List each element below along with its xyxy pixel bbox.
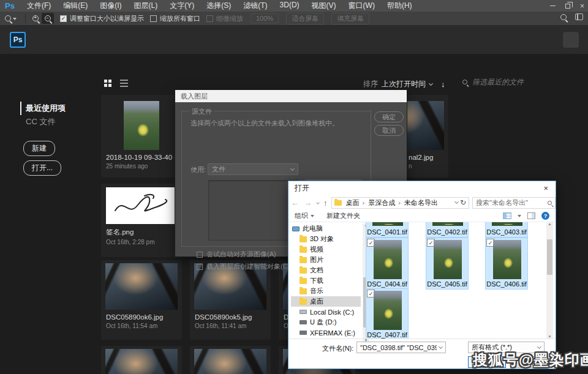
menu-item[interactable]: 文字(Y) bbox=[164, 1, 200, 11]
file-item[interactable]: ✓ DSC_0402.tif bbox=[426, 222, 469, 237]
file-title: DSC05890ok5.jpg bbox=[190, 310, 271, 321]
tree-item-label: 桌面 bbox=[310, 297, 323, 306]
recent-file-card[interactable]: DSC05890ok5.jpg Oct 16th, 11:41 am bbox=[190, 260, 271, 340]
tree-item[interactable]: Local Disk (C:) bbox=[291, 307, 361, 317]
scroll-up-icon[interactable]: ▲ bbox=[548, 222, 552, 226]
tree-item[interactable]: 图片 bbox=[291, 255, 361, 265]
filter-recent-search bbox=[462, 78, 554, 86]
menu-items: 文件(F)编辑(E)图像(I)图层(L)文字(Y)选择(S)滤镜(T)3D(D)… bbox=[21, 1, 418, 11]
file-item[interactable]: ✓ DSC_0405.tif bbox=[426, 237, 469, 290]
change-view-icon[interactable] bbox=[503, 212, 511, 219]
zoom-in-button[interactable]: + bbox=[29, 13, 42, 24]
sort-control[interactable]: 排序 上次打开时间 ↓ bbox=[363, 79, 445, 89]
toolbar-right-icons: ? bbox=[503, 212, 549, 220]
recent-file-card[interactable]: 2018-10-19 09-33-40 (B,Ra… 25 minutes ag… bbox=[101, 95, 182, 178]
help-icon[interactable]: ? bbox=[541, 212, 549, 220]
workspace-icon[interactable] bbox=[575, 13, 583, 20]
menu-item[interactable]: 视图(V) bbox=[306, 1, 342, 11]
tree-item[interactable]: 此电脑 bbox=[291, 223, 361, 234]
tree-item-icon bbox=[300, 257, 307, 263]
menu-item[interactable]: 帮助(H) bbox=[381, 1, 418, 11]
filter-recent-input[interactable] bbox=[472, 78, 546, 86]
smart-object-checkbox[interactable]: 载入图层后创建智能对象(C) bbox=[197, 262, 290, 271]
breadcrumb-item[interactable]: 未命名导出 bbox=[402, 198, 443, 208]
menu-item[interactable]: 窗口(W) bbox=[342, 1, 381, 11]
tree-item[interactable]: XFERMAX (E:) bbox=[291, 327, 361, 338]
ok-button[interactable]: 确定 bbox=[374, 111, 404, 122]
search-icon[interactable] bbox=[560, 14, 567, 20]
minimize-icon[interactable] bbox=[550, 6, 556, 7]
menu-item[interactable]: 滤镜(T) bbox=[237, 1, 273, 11]
forward-icon[interactable]: → bbox=[301, 198, 314, 208]
refresh-icon[interactable]: ↻ bbox=[460, 198, 466, 207]
fit-window-checkbox[interactable]: 调整窗口大小以满屏显示 bbox=[60, 14, 144, 23]
menu-item[interactable]: 选择(S) bbox=[200, 1, 237, 11]
tree-item[interactable]: 音乐 bbox=[291, 286, 361, 296]
tree-item-label: XFERMAX (E:) bbox=[310, 329, 355, 337]
list-scrollbar[interactable]: ▲▼ bbox=[546, 222, 553, 338]
tree-item[interactable]: 下载 bbox=[291, 275, 361, 286]
back-icon[interactable]: ← bbox=[288, 198, 301, 208]
sort-direction-icon[interactable]: ↓ bbox=[441, 80, 445, 89]
tree-item-label: Local Disk (C:) bbox=[310, 309, 354, 316]
tree-item[interactable]: U 盘 (D:) bbox=[291, 317, 361, 327]
chevron-down-icon[interactable] bbox=[518, 215, 521, 219]
file-item[interactable]: ✓ DSC_0406.tif bbox=[485, 237, 528, 290]
sidebar-item[interactable]: CC 文件 bbox=[20, 115, 66, 129]
ps-home-icon: Ps bbox=[10, 32, 26, 48]
recent-file-card[interactable] bbox=[190, 346, 271, 374]
tree-item[interactable]: 文档 bbox=[291, 265, 361, 275]
search-input[interactable] bbox=[476, 199, 542, 206]
zoom-out-button[interactable]: – bbox=[42, 13, 54, 24]
tree-item-icon bbox=[300, 288, 307, 294]
address-bar[interactable]: 桌面景深合成未命名导出 ↻ bbox=[331, 197, 469, 209]
ps-logo: Ps bbox=[0, 1, 21, 10]
breadcrumb-item[interactable]: 景深合成 bbox=[366, 198, 402, 208]
recent-file-card[interactable] bbox=[101, 346, 182, 374]
scroll-thumb[interactable] bbox=[547, 239, 552, 275]
list-view-icon[interactable] bbox=[120, 80, 128, 87]
menu-item[interactable]: 编辑(E) bbox=[57, 1, 94, 11]
avatar[interactable] bbox=[563, 32, 579, 48]
recent-locations-icon[interactable] bbox=[316, 201, 320, 204]
new-button[interactable]: 新建 bbox=[23, 141, 55, 156]
checkbox-icon bbox=[150, 15, 157, 22]
menu-item[interactable]: 图像(I) bbox=[94, 1, 127, 11]
tree-item[interactable]: 视频 bbox=[291, 244, 361, 255]
menu-item[interactable]: 文件(F) bbox=[21, 1, 57, 11]
close-icon[interactable]: × bbox=[580, 2, 584, 10]
use-dropdown[interactable]: 文件 bbox=[208, 163, 298, 175]
zoom-all-windows-checkbox[interactable]: 缩放所有窗口 bbox=[150, 14, 200, 23]
breadcrumb-item[interactable]: 桌面 bbox=[344, 198, 366, 208]
file-item[interactable]: ✓ DSC_0403.tif bbox=[485, 222, 528, 237]
cancel-button[interactable]: 取消 bbox=[374, 125, 404, 136]
recent-file-card[interactable]: DSC05890ok6.jpg Oct 16th, 11:54 am bbox=[101, 260, 182, 340]
menu-item[interactable]: 3D(D) bbox=[274, 1, 306, 11]
open-button[interactable]: 打开... bbox=[23, 160, 61, 176]
grid-view-icon[interactable] bbox=[104, 80, 111, 87]
file-item[interactable]: ✓ DSC_0404.tif bbox=[366, 237, 409, 290]
file-item[interactable]: ✓ DSC_0401.tif bbox=[366, 222, 409, 237]
tree-item[interactable]: 3D 对象 bbox=[291, 234, 361, 244]
file-listbox[interactable] bbox=[208, 180, 298, 241]
zoom-tool-slot[interactable] bbox=[0, 15, 21, 22]
file-thumbnail bbox=[105, 263, 178, 310]
file-item[interactable]: ✓ DSC_0407.tif bbox=[366, 288, 409, 338]
recent-file-card[interactable]: 签名.png Oct 16th, 2:28 pm bbox=[101, 184, 182, 257]
restore-icon[interactable] bbox=[565, 4, 570, 9]
home-header: Ps bbox=[0, 26, 588, 54]
organize-button[interactable]: 组织 bbox=[288, 211, 320, 220]
new-folder-button[interactable]: 新建文件夹 bbox=[320, 211, 366, 220]
sidebar-item[interactable]: 最近使用项 bbox=[20, 102, 66, 115]
preview-pane-icon[interactable] bbox=[527, 212, 535, 219]
up-icon[interactable]: ↑ bbox=[322, 198, 330, 208]
auto-align-checkbox[interactable]: 尝试自动对齐源图像(A) bbox=[197, 250, 276, 259]
filename-combobox[interactable]: "DSC_0398.tif" "DSC_0399.tif" "[ bbox=[356, 342, 446, 353]
close-icon[interactable]: × bbox=[543, 184, 548, 193]
options-bar: + – 调整窗口大小以满屏显示 缩放所有窗口 细微缩放 100% 适合屏幕 填充… bbox=[0, 12, 588, 26]
menu-item[interactable]: 图层(L) bbox=[128, 1, 164, 11]
tree-item[interactable]: 桌面 bbox=[291, 296, 361, 307]
tree-item-icon bbox=[300, 310, 307, 314]
checkbox-icon bbox=[197, 264, 203, 270]
chevron-down-icon[interactable] bbox=[454, 200, 459, 204]
